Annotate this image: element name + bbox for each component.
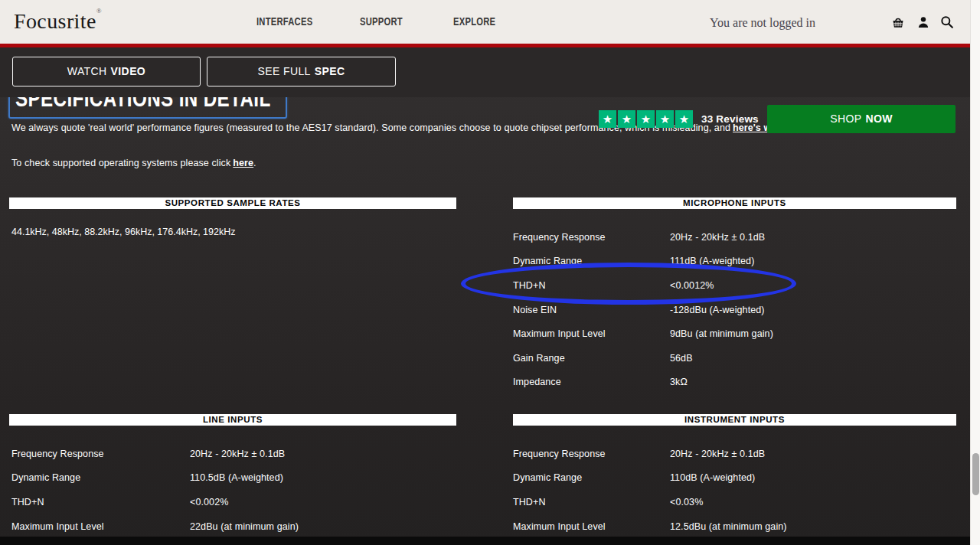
table-row: THD+N <0.002%	[11, 490, 456, 514]
spec-label: THD+N	[513, 497, 670, 507]
star-icon: ★	[618, 110, 635, 128]
watch-video-label-bold: VIDEO	[111, 65, 146, 77]
nav-explore[interactable]: EXPLORE	[453, 0, 495, 44]
table-row: Gain Range 56dB	[513, 346, 956, 370]
table-row: Maximum Input Level 9dBu (at minimum gai…	[513, 321, 956, 346]
basket-icon[interactable]	[890, 15, 906, 30]
spec-label: Gain Range	[513, 353, 670, 364]
microphone-inputs-table: Frequency Response 20Hz - 20kHz ± 0.1dB …	[513, 225, 956, 394]
spec-label: Impedance	[513, 377, 670, 387]
spec-label: Noise EIN	[513, 305, 670, 315]
watch-video-button[interactable]: WATCHVIDEO	[12, 57, 201, 86]
spec-value: 20Hz - 20kHz ± 0.1dB	[670, 449, 765, 459]
red-divider	[0, 44, 980, 47]
action-bar: WATCHVIDEO SEE FULLSPEC ★ ★ ★ ★ ★ 33 Rev…	[0, 47, 980, 97]
spec-label: THD+N	[11, 497, 190, 507]
sample-rates-value: 44.1kHz, 48kHz, 88.2kHz, 96kHz, 176.4kHz…	[11, 227, 236, 237]
spec-value: 20Hz - 20kHz ± 0.1dB	[190, 449, 285, 459]
spec-label: Frequency Response	[513, 449, 670, 459]
shop-now-label-bold: NOW	[865, 113, 892, 125]
table-row: Maximum Input Level 12.5dBu (at minimum …	[513, 514, 956, 539]
logo-text: Focusrite	[14, 9, 96, 33]
line-inputs-table: Frequency Response 20Hz - 20kHz ± 0.1dB …	[11, 442, 456, 538]
star-icon: ★	[656, 110, 674, 128]
table-header-instrument-inputs: INSTRUMENT INPUTS	[513, 414, 956, 426]
table-header-line-inputs: LINE INPUTS	[9, 414, 456, 426]
spec-value: 110dB (A-weighted)	[670, 472, 755, 483]
table-row: Noise EIN -128dBu (A-weighted)	[513, 298, 956, 322]
shop-now-button[interactable]: SHOPNOW	[767, 105, 956, 133]
registered-mark: ®	[96, 7, 102, 15]
os-note-suffix: .	[253, 158, 256, 168]
shop-now-label: SHOP	[830, 113, 861, 125]
spec-value: <0.002%	[190, 497, 228, 507]
spec-value: <0.0012%	[670, 280, 714, 291]
spec-value: 20Hz - 20kHz ± 0.1dB	[670, 232, 765, 243]
spec-label: Frequency Response	[11, 449, 190, 459]
instrument-inputs-table: Frequency Response 20Hz - 20kHz ± 0.1dB …	[513, 442, 956, 538]
table-row: Dynamic Range 111dB (A-weighted)	[513, 250, 956, 274]
nav-interfaces[interactable]: INTERFACES	[256, 0, 312, 44]
spec-value: 110.5dB (A-weighted)	[190, 472, 283, 483]
table-row: Frequency Response 20Hz - 20kHz ± 0.1dB	[11, 442, 456, 466]
spec-label: Maximum Input Level	[513, 521, 670, 532]
login-status: You are not logged in	[710, 0, 815, 44]
watch-video-label: WATCH	[67, 65, 107, 77]
spec-value: 22dBu (at minimum gain)	[190, 521, 299, 532]
page: SPECIFICATIONS IN DETAIL We always quote…	[0, 0, 980, 545]
table-row: Dynamic Range 110.5dB (A-weighted)	[11, 466, 456, 491]
table-row: Dynamic Range 110dB (A-weighted)	[513, 466, 956, 491]
site-header: Focusrite® INTERFACES SUPPORT EXPLORE Yo…	[0, 0, 980, 44]
star-icon: ★	[599, 110, 616, 128]
star-icon: ★	[637, 110, 655, 128]
table-row: Maximum Input Level 22dBu (at minimum ga…	[11, 514, 456, 539]
table-row: Frequency Response 20Hz - 20kHz ± 0.1dB	[513, 225, 956, 250]
focusrite-logo[interactable]: Focusrite®	[14, 7, 102, 34]
reviews-count: 33 Reviews	[701, 113, 759, 125]
spec-label: Dynamic Range	[513, 472, 670, 483]
account-icon[interactable]	[916, 15, 931, 30]
table-header-sample-rates: SUPPORTED SAMPLE RATES	[9, 197, 456, 209]
scrollbar-track[interactable]	[970, 0, 980, 545]
spec-label: Maximum Input Level	[11, 521, 190, 532]
trustpilot-rating[interactable]: ★ ★ ★ ★ ★ 33 Reviews	[599, 110, 759, 128]
spec-label: Dynamic Range	[11, 472, 190, 483]
see-full-spec-label-bold: SPEC	[315, 65, 345, 77]
search-icon[interactable]	[939, 15, 955, 30]
bottom-strip	[0, 537, 980, 545]
nav-support[interactable]: SUPPORT	[360, 0, 403, 44]
spec-value: 9dBu (at minimum gain)	[670, 328, 773, 339]
spec-value: 3kΩ	[670, 377, 688, 387]
spec-label: Frequency Response	[513, 232, 670, 243]
spec-label: Maximum Input Level	[513, 328, 670, 339]
spec-value: -128dBu (A-weighted)	[670, 305, 765, 315]
table-row: Frequency Response 20Hz - 20kHz ± 0.1dB	[513, 442, 956, 466]
spec-label: THD+N	[513, 280, 670, 291]
spec-value: 111dB (A-weighted)	[670, 256, 754, 266]
spec-value: 56dB	[670, 353, 693, 364]
table-row: THD+N <0.03%	[513, 490, 956, 514]
table-header-microphone-inputs: MICROPHONE INPUTS	[513, 197, 956, 209]
spec-value: <0.03%	[670, 497, 703, 507]
os-note-text: To check supported operating systems ple…	[11, 158, 230, 168]
see-full-spec-button[interactable]: SEE FULLSPEC	[207, 57, 396, 86]
star-icon: ★	[675, 110, 693, 128]
os-note-paragraph: To check supported operating systems ple…	[11, 158, 256, 168]
see-full-spec-label: SEE FULL	[257, 65, 310, 77]
table-row: Impedance 3kΩ	[513, 370, 956, 395]
spec-value: 12.5dBu (at minimum gain)	[670, 521, 787, 532]
table-row-thdn-highlighted: THD+N <0.0012%	[513, 273, 956, 298]
os-here-link[interactable]: here	[233, 158, 253, 168]
scrollbar-thumb[interactable]	[972, 453, 979, 495]
spec-label: Dynamic Range	[513, 256, 670, 266]
